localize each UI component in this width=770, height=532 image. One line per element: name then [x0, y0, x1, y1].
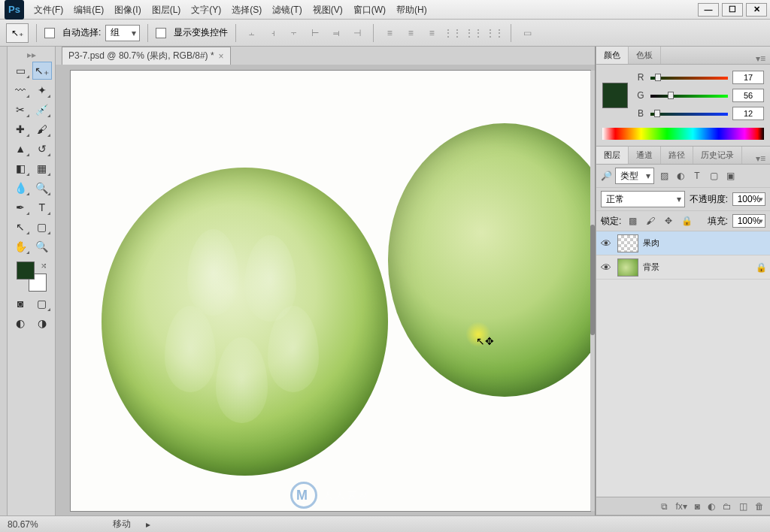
distribute-vcenter-icon[interactable]: ≡ — [402, 25, 419, 41]
path-select-tool[interactable]: ↖ — [11, 218, 31, 236]
document-tab[interactable]: P3-7.psd @ 80.7% (果肉, RGB/8#) * × — [62, 47, 231, 65]
auto-select-checkbox[interactable] — [44, 28, 55, 38]
tool-preset-picker[interactable]: ↖₊ — [6, 23, 29, 43]
align-right-icon[interactable]: ⊣ — [349, 25, 365, 41]
minimize-button[interactable]: — — [698, 3, 719, 17]
filter-pixel-icon[interactable]: ▨ — [657, 169, 671, 183]
marquee-tool[interactable]: ▭ — [11, 62, 31, 80]
hand-tool[interactable]: ✋ — [11, 237, 31, 255]
layer-thumbnail[interactable] — [617, 234, 638, 252]
layer-filter-dropdown[interactable]: 类型 — [615, 168, 654, 184]
visibility-icon[interactable]: 👁 — [599, 237, 613, 249]
panel-menu-icon[interactable]: ▾≡ — [751, 153, 770, 164]
layer-item[interactable]: 👁 果肉 — [596, 231, 770, 255]
healing-tool[interactable]: ✚ — [11, 120, 31, 138]
g-value-input[interactable]: 56 — [732, 89, 764, 102]
menu-help[interactable]: 帮助(H) — [391, 0, 432, 20]
layer-style-icon[interactable]: fx▾ — [675, 501, 687, 512]
tab-swatches[interactable]: 色板 — [629, 47, 661, 64]
tab-close-icon[interactable]: × — [219, 51, 224, 62]
color-spectrum[interactable] — [602, 128, 764, 140]
lasso-tool[interactable]: 〰 — [11, 81, 31, 99]
filter-type-icon[interactable]: T — [690, 169, 704, 183]
toolbox-grip-icon[interactable]: ▸▸ — [24, 50, 39, 57]
menu-layer[interactable]: 图层(L) — [147, 0, 186, 20]
align-vcenter-icon[interactable]: ⫞ — [265, 25, 281, 41]
screenmode-tool[interactable]: ▢ — [32, 295, 53, 313]
history-brush-tool[interactable]: ↺ — [32, 140, 53, 158]
r-slider[interactable] — [650, 74, 728, 81]
delete-layer-icon[interactable]: 🗑 — [755, 501, 764, 512]
edit-standard-icon[interactable]: ◐ — [11, 314, 31, 332]
scrollbar-thumb[interactable] — [590, 225, 595, 335]
quickmask-tool[interactable]: ◙ — [11, 295, 31, 313]
type-tool[interactable]: T — [32, 198, 53, 216]
align-hcenter-icon[interactable]: ⫤ — [328, 25, 344, 41]
move-tool[interactable]: ↖₊ — [32, 62, 53, 80]
tab-paths[interactable]: 路径 — [661, 147, 693, 164]
distribute-right-icon[interactable]: ⋮⋮ — [487, 25, 503, 41]
r-value-input[interactable]: 17 — [732, 71, 764, 84]
edit-extra-icon[interactable]: ◑ — [32, 314, 53, 332]
canvas-viewport[interactable]: ↖✥ M 人人素材 — [56, 65, 595, 515]
eraser-tool[interactable]: ◧ — [11, 159, 31, 177]
group-icon[interactable]: 🗀 — [723, 501, 732, 512]
tab-channels[interactable]: 通道 — [629, 147, 661, 164]
layer-thumbnail[interactable] — [617, 258, 638, 277]
color-preview-swatch[interactable] — [602, 83, 628, 108]
layer-item[interactable]: 👁 背景 🔒 — [596, 255, 770, 280]
gradient-tool[interactable]: ▦ — [32, 159, 53, 177]
pen-tool[interactable]: ✒ — [11, 198, 31, 216]
show-transform-checkbox[interactable] — [156, 28, 166, 38]
layer-name[interactable]: 果肉 — [643, 237, 767, 249]
lock-pixels-icon[interactable]: 🖌 — [644, 214, 657, 228]
auto-select-target-dropdown[interactable]: 组 — [105, 25, 140, 41]
visibility-icon[interactable]: 👁 — [599, 261, 613, 274]
distribute-top-icon[interactable]: ≡ — [381, 25, 398, 41]
filter-adjust-icon[interactable]: ◐ — [674, 169, 687, 183]
filter-shape-icon[interactable]: ▢ — [707, 169, 720, 183]
menu-edit[interactable]: 编辑(E) — [68, 0, 109, 20]
vertical-scrollbar[interactable] — [590, 71, 595, 511]
crop-tool[interactable]: ✂ — [11, 101, 31, 119]
stamp-tool[interactable]: ▲ — [11, 140, 31, 158]
menu-filter[interactable]: 滤镜(T) — [267, 0, 307, 20]
dock-strip[interactable] — [0, 47, 8, 515]
blend-mode-dropdown[interactable]: 正常 — [601, 191, 685, 207]
tab-layers[interactable]: 图层 — [596, 146, 629, 164]
tab-history[interactable]: 历史记录 — [693, 147, 742, 164]
lock-all-icon[interactable]: 🔒 — [680, 214, 693, 228]
status-arrow-icon[interactable]: ▸ — [146, 519, 150, 530]
lock-transparent-icon[interactable]: ▩ — [626, 214, 639, 228]
fill-input[interactable]: 100% — [732, 214, 765, 228]
layer-name[interactable]: 背景 — [643, 261, 751, 273]
foreground-background-colors[interactable]: ⤭ — [17, 261, 47, 292]
eyedropper-tool[interactable]: 💉 — [32, 101, 53, 119]
blur-tool[interactable]: 💧 — [11, 179, 31, 197]
adjustment-layer-icon[interactable]: ◐ — [708, 501, 715, 512]
swap-colors-icon[interactable]: ⤭ — [41, 261, 47, 270]
b-value-input[interactable]: 12 — [732, 107, 764, 120]
maximize-button[interactable]: ☐ — [722, 3, 743, 17]
distribute-left-icon[interactable]: ⋮⋮ — [444, 25, 461, 41]
align-bottom-icon[interactable]: ⫟ — [286, 25, 302, 41]
menu-window[interactable]: 窗口(W) — [348, 0, 391, 20]
quick-select-tool[interactable]: ✦ — [32, 81, 53, 99]
g-slider[interactable] — [650, 92, 728, 99]
shape-tool[interactable]: ▢ — [32, 218, 53, 236]
dodge-tool[interactable]: 🔍 — [32, 179, 53, 197]
b-slider[interactable] — [650, 110, 728, 117]
foreground-color-swatch[interactable] — [17, 261, 35, 280]
align-left-icon[interactable]: ⊢ — [307, 25, 323, 41]
canvas[interactable]: ↖✥ M 人人素材 — [71, 71, 590, 511]
new-layer-icon[interactable]: ◫ — [739, 501, 747, 512]
align-top-icon[interactable]: ⫠ — [244, 25, 260, 41]
distribute-hcenter-icon[interactable]: ⋮⋮ — [465, 25, 482, 41]
tab-color[interactable]: 颜色 — [596, 46, 629, 64]
brush-tool[interactable]: 🖌 — [32, 120, 53, 138]
link-layers-icon[interactable]: ⧉ — [661, 501, 668, 512]
menu-image[interactable]: 图像(I) — [109, 0, 146, 20]
zoom-level[interactable]: 80.67% — [8, 519, 68, 530]
zoom-tool[interactable]: 🔍 — [32, 237, 53, 255]
filter-smart-icon[interactable]: ▣ — [723, 169, 737, 183]
